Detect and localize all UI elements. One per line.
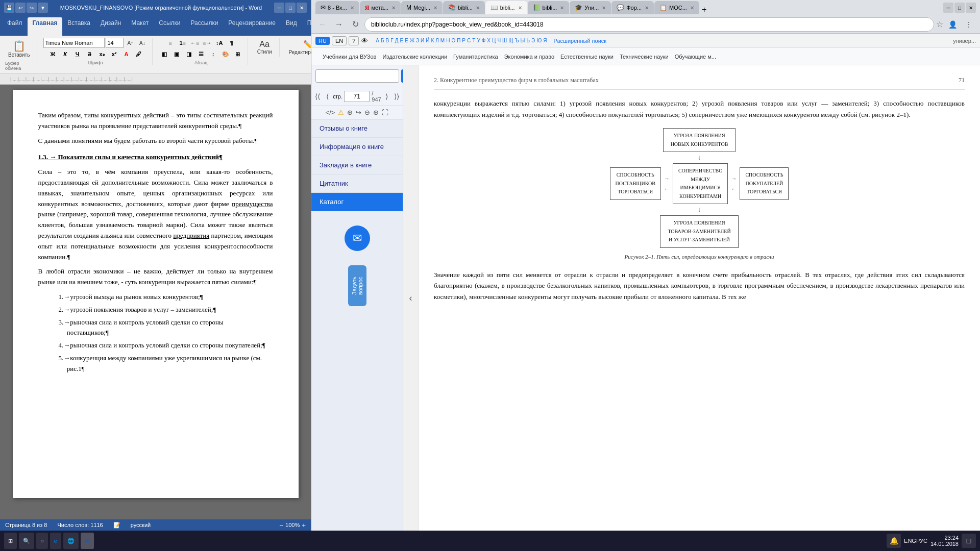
settings-icon[interactable]: ⋮ — [962, 17, 976, 32]
indent-decrease-btn[interactable]: ←≡ — [189, 38, 201, 48]
forward-btn[interactable]: → — [332, 17, 346, 32]
tab-close-3[interactable]: ✕ — [476, 5, 480, 11]
last-page-btn[interactable]: ⟩⟩ — [392, 91, 401, 102]
page-number-input[interactable] — [344, 91, 370, 102]
alpha-CH[interactable]: Ч — [497, 38, 501, 43]
tab-close-2[interactable]: ✕ — [433, 5, 437, 11]
shading-btn[interactable]: 🎨 — [220, 49, 231, 59]
ribbon-tab-review[interactable]: Рецензирование — [223, 17, 281, 36]
paste-button[interactable]: 📋 Вставить — [5, 38, 33, 60]
tab-close-8[interactable]: ✕ — [690, 5, 694, 11]
alpha-Y[interactable]: Ы — [520, 38, 526, 43]
alpha-T[interactable]: Т — [472, 38, 476, 43]
underline-btn[interactable]: Ч — [72, 49, 83, 59]
nav-collections[interactable]: Издательские коллекции — [379, 53, 450, 61]
alpha-L[interactable]: Л — [435, 38, 439, 43]
ribbon-tab-layout[interactable]: Макет — [126, 17, 154, 36]
sidebar-item-quotes[interactable]: Цитатник — [311, 174, 403, 193]
browser-tab-5[interactable]: 📗 bibli... ✕ — [528, 1, 570, 14]
browser-close-btn[interactable]: ✕ — [966, 3, 976, 13]
alpha-A[interactable]: А — [375, 38, 380, 43]
book-nav-prev-btn[interactable]: ‹ — [403, 65, 419, 531]
pilcrow-btn[interactable]: ¶ — [226, 38, 237, 48]
alpha-I[interactable]: И — [420, 38, 425, 43]
word-minimize-btn[interactable]: ─ — [274, 3, 284, 13]
word-customize-btn[interactable]: ▼ — [38, 3, 48, 13]
browser-tab-8[interactable]: 📋 МОС... ✕ — [654, 1, 699, 14]
alpha-U[interactable]: У — [476, 38, 480, 43]
sidebar-item-catalog[interactable]: Каталог — [311, 193, 403, 211]
taskbar-cortana-btn[interactable]: ○ — [36, 533, 48, 549]
alpha-F[interactable]: Ф — [481, 38, 486, 43]
browser-tab-1[interactable]: Я мета... ✕ — [360, 1, 401, 14]
accessibility-icon[interactable]: 👁 — [361, 37, 368, 45]
browser-tab-6[interactable]: 🎓 Уни... ✕ — [570, 1, 611, 14]
alpha-S[interactable]: С — [467, 38, 471, 43]
align-right-btn[interactable]: ◨ — [183, 49, 194, 59]
alpha-R[interactable]: Р — [461, 38, 466, 43]
nav-textbooks[interactable]: Учебники для ВУЗов — [320, 53, 379, 61]
word-maximize-btn[interactable]: □ — [285, 3, 296, 13]
alpha-YU[interactable]: Ю — [536, 38, 542, 43]
ribbon-tab-refs[interactable]: Ссылки — [154, 17, 185, 36]
alpha-O[interactable]: О — [451, 38, 456, 43]
styles-button[interactable]: Аа Стили — [254, 38, 275, 57]
ask-question-btn[interactable]: Задать вопрос — [348, 265, 366, 306]
subscript-btn[interactable]: x₂ — [96, 49, 108, 59]
tab-close-6[interactable]: ✕ — [602, 5, 606, 11]
user-icon[interactable]: 👤 — [945, 17, 960, 32]
sidebar-item-info[interactable]: Информация о книге — [311, 138, 403, 156]
ribbon-tab-design[interactable]: Дизайн — [95, 17, 126, 36]
zoom-in-icon[interactable]: ⊕ — [373, 109, 379, 116]
font-name-input[interactable] — [43, 38, 105, 48]
nav-economics[interactable]: Экономика и право — [501, 53, 557, 61]
browser-tab-2[interactable]: М Меgi... ✕ — [401, 1, 443, 14]
tab-close-0[interactable]: ✕ — [350, 5, 354, 11]
fullscreen-icon[interactable]: ⛶ — [382, 109, 388, 116]
alpha-E[interactable]: Е — [399, 38, 404, 43]
taskbar-notification-btn[interactable]: □ — [962, 534, 976, 548]
zoom-in-btn[interactable]: + — [302, 521, 306, 529]
code-icon[interactable]: </> — [326, 109, 335, 116]
extended-search-link[interactable]: Расширенный поиск — [554, 38, 607, 44]
superscript-btn[interactable]: x² — [109, 49, 120, 59]
ribbon-tab-insert[interactable]: Вставка — [62, 17, 95, 36]
sidebar-item-bookmarks[interactable]: Закладки в книге — [311, 156, 403, 174]
browser-tab-3[interactable]: 📚 bibli... ✕ — [443, 1, 485, 14]
font-shrink-btn[interactable]: A↓ — [137, 39, 148, 47]
ribbon-tab-view[interactable]: Вид — [281, 17, 302, 36]
email-button[interactable]: ✉ — [345, 226, 370, 251]
word-save-btn[interactable]: 💾 — [4, 3, 14, 13]
alpha-SHCH[interactable]: Щ — [508, 38, 513, 43]
lang-en-btn[interactable]: EN — [332, 36, 347, 45]
nav-natural[interactable]: Естественные науки — [557, 53, 617, 61]
refresh-btn[interactable]: ↻ — [348, 17, 362, 32]
sidebar-item-reviews[interactable]: Отзывы о книге — [311, 119, 403, 138]
browser-tab-4[interactable]: 📖 bibli... ✕ — [485, 1, 527, 14]
nav-technical[interactable]: Технические науки — [617, 53, 672, 61]
font-grow-btn[interactable]: A↑ — [125, 39, 136, 47]
alpha-V[interactable]: В — [385, 38, 390, 43]
alpha-soft[interactable]: Ь — [526, 38, 530, 43]
link-icon[interactable]: ↪ — [356, 109, 361, 116]
indent-increase-btn[interactable]: ≡→ — [202, 38, 213, 48]
ribbon-tab-file[interactable]: Файл — [2, 17, 28, 36]
start-btn[interactable]: ⊞ — [4, 533, 17, 549]
book-search-input[interactable] — [315, 69, 399, 83]
alpha-TS[interactable]: Ц — [492, 38, 496, 43]
alpha-K[interactable]: К — [430, 38, 434, 43]
new-tab-btn[interactable]: + — [700, 5, 708, 14]
plus-icon[interactable]: ⊕ — [347, 109, 353, 116]
browser-tab-7[interactable]: 💬 Фор... ✕ — [611, 1, 654, 14]
alpha-KH[interactable]: Х — [486, 38, 491, 43]
taskbar-word-btn[interactable]: W — [81, 533, 94, 549]
next-page-btn[interactable]: ⟩ — [383, 91, 390, 102]
ribbon-tab-home[interactable]: Главная — [28, 17, 63, 36]
alpha-N[interactable]: Н — [446, 38, 450, 43]
font-color-btn[interactable]: А — [121, 49, 132, 59]
alpha-P[interactable]: П — [456, 38, 461, 43]
browser-tab-0[interactable]: ✉ 8 - Вх... ✕ — [315, 1, 359, 14]
borders-btn[interactable]: ⊞ — [232, 49, 243, 59]
bold-btn[interactable]: Ж — [47, 49, 59, 59]
alpha-EH[interactable]: Э — [531, 38, 535, 43]
